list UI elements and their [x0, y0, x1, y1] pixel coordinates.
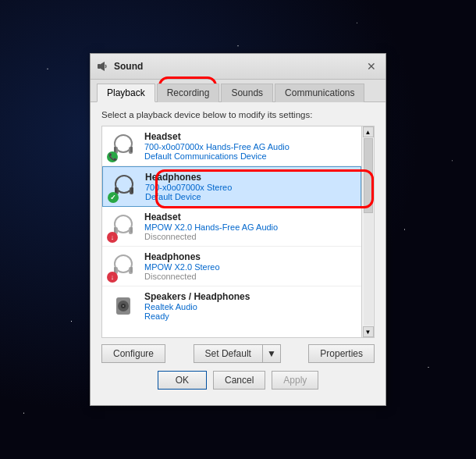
device-info-headset-mpow: Headset MPOW X2.0 Hands-Free AG Audio Di… — [144, 212, 355, 241]
device-status-headset-1: Default Communications Device — [144, 151, 355, 161]
tabs-bar: Playback Recording Sounds Communications — [91, 80, 385, 102]
svg-rect-10 — [131, 187, 133, 193]
device-info-speakers: Speakers / Headphones Realtek Audio Read… — [144, 291, 355, 321]
device-item-speakers[interactable]: Speakers / Headphones Realtek Audio Read… — [102, 286, 361, 326]
status-badge-check: ✓ — [108, 192, 119, 203]
device-item-headphones-mpow[interactable]: ↓ Headphones MPOW X2.0 Stereo Disconnect… — [102, 247, 361, 286]
apply-button[interactable]: Apply — [272, 371, 318, 390]
set-default-button[interactable]: Set Default — [194, 344, 263, 363]
properties-button[interactable]: Properties — [308, 344, 375, 363]
tab-communications[interactable]: Communications — [275, 84, 364, 102]
device-icon-headphones-mpow: ↓ — [108, 251, 138, 281]
sound-icon — [97, 60, 109, 73]
close-button[interactable]: ✕ — [364, 59, 379, 74]
scrollbar[interactable]: ▲ ▼ — [361, 126, 374, 337]
svg-rect-15 — [130, 227, 133, 233]
description-text: Select a playback device below to modify… — [101, 110, 375, 119]
dialog-content: Select a playback device below to modify… — [91, 102, 385, 405]
cancel-button[interactable]: Cancel — [213, 371, 265, 390]
ok-button[interactable]: OK — [158, 371, 207, 390]
device-item-headphones-default[interactable]: ✓ Headphones 700-x0o07000x Stereo Defaul… — [102, 166, 361, 207]
device-sub-headphones-mpow: MPOW X2.0 Stereo — [144, 262, 355, 272]
svg-rect-20 — [130, 267, 133, 272]
device-name-speakers: Speakers / Headphones — [144, 291, 355, 302]
device-icon-speakers — [108, 291, 138, 321]
device-name-headphones-mpow: Headphones — [144, 251, 355, 262]
sound-dialog: Sound ✕ Playback Recording Sounds Commun… — [90, 53, 386, 406]
device-list: 📞 Headset 700-x0o07000x Hands-Free AG Au… — [102, 126, 361, 337]
status-badge-down-1: ↓ — [107, 232, 118, 243]
tab-playback[interactable]: Playback — [97, 84, 155, 102]
device-list-container: 📞 Headset 700-x0o07000x Hands-Free AG Au… — [101, 126, 375, 338]
status-badge-down-2: ↓ — [107, 272, 118, 283]
svg-point-24 — [123, 305, 124, 307]
title-bar: Sound ✕ — [91, 54, 385, 80]
device-icon-headset-mpow: ↓ — [108, 212, 138, 241]
device-item-headset-mpow[interactable]: ↓ Headset MPOW X2.0 Hands-Free AG Audio … — [102, 207, 361, 247]
device-name-headset-mpow: Headset — [144, 212, 355, 222]
set-default-arrow[interactable]: ▼ — [263, 344, 281, 363]
device-info-headset-1: Headset 700-x0o07000x Hands-Free AG Audi… — [144, 131, 355, 161]
device-status-headphones-1: Default Device — [145, 192, 354, 201]
device-sub-headset-mpow: MPOW X2.0 Hands-Free AG Audio — [144, 222, 355, 232]
set-default-group: Set Default ▼ — [194, 344, 281, 363]
device-item-headset-comms[interactable]: 📞 Headset 700-x0o07000x Hands-Free AG Au… — [102, 126, 361, 166]
device-sub-headset-1: 700-x0o07000x Hands-Free AG Audio — [144, 142, 355, 151]
device-info-headphones-1: Headphones 700-x0o07000x Stereo Default … — [145, 172, 354, 201]
ok-cancel-row: OK Cancel Apply — [101, 366, 375, 397]
device-sub-headphones-1: 700-x0o07000x Stereo — [145, 183, 354, 192]
configure-button[interactable]: Configure — [101, 344, 165, 363]
device-icon-headset-1: 📞 — [108, 131, 138, 161]
device-info-headphones-mpow: Headphones MPOW X2.0 Stereo Disconnected — [144, 251, 355, 281]
scroll-track — [364, 138, 373, 326]
device-sub-speakers: Realtek Audio — [144, 302, 355, 311]
title-bar-left: Sound — [97, 60, 143, 73]
device-status-headset-mpow: Disconnected — [144, 232, 355, 241]
svg-rect-5 — [130, 147, 133, 152]
device-status-headphones-mpow: Disconnected — [144, 272, 355, 281]
action-buttons-row: Configure Set Default ▼ Properties — [101, 338, 375, 366]
device-status-speakers: Ready — [144, 311, 355, 321]
scroll-down[interactable]: ▼ — [363, 326, 374, 337]
device-name-headset-1: Headset — [144, 131, 355, 142]
tab-recording[interactable]: Recording — [157, 84, 220, 102]
device-name-headphones-1: Headphones — [145, 172, 354, 183]
device-icon-headphones-1: ✓ — [109, 172, 139, 201]
tab-sounds[interactable]: Sounds — [221, 84, 273, 102]
dialog-title: Sound — [114, 61, 143, 72]
status-badge-phone: 📞 — [107, 151, 118, 162]
scroll-thumb[interactable] — [364, 138, 373, 213]
scroll-up[interactable]: ▲ — [363, 126, 374, 137]
svg-rect-0 — [98, 64, 101, 69]
